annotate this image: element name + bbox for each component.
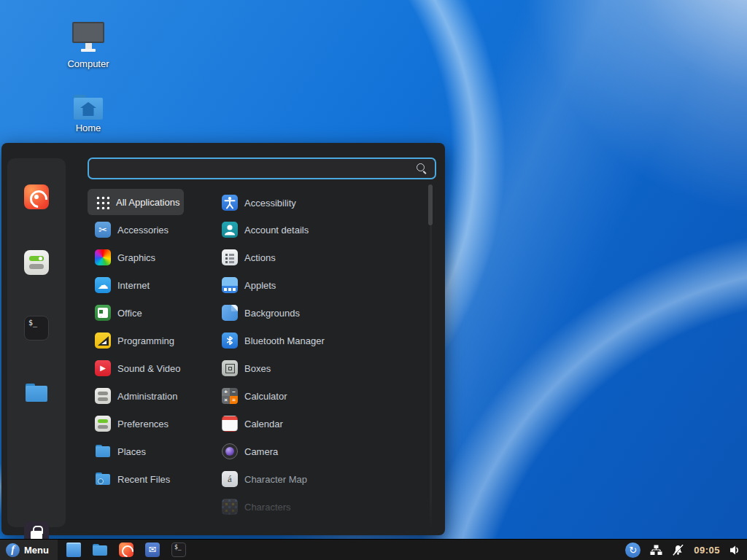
computer-icon — [72, 22, 104, 55]
scrollbar-thumb[interactable] — [428, 184, 433, 225]
calculator-icon: +− ×= — [222, 388, 238, 404]
applets-icon — [222, 277, 238, 293]
bluetooth-icon — [222, 332, 238, 349]
camera-icon — [222, 443, 238, 459]
menu-button-label: Menu — [24, 545, 49, 556]
app-backgrounds[interactable]: Backgrounds — [214, 299, 427, 327]
app-characters[interactable]: Characters — [214, 493, 427, 521]
terminal-button[interactable]: $_ — [24, 316, 49, 341]
desktop-icon-computer[interactable]: Computer — [57, 22, 120, 69]
sound-video-icon: ▶ — [95, 360, 111, 376]
boxes-icon — [222, 360, 238, 376]
terminal-taskbar-icon[interactable]: $_ — [171, 542, 186, 557]
category-administration[interactable]: Administration — [88, 382, 184, 410]
app-character-map[interactable]: á Character Map — [214, 465, 427, 493]
volume-icon[interactable] — [729, 545, 741, 556]
fedora-logo-icon: f — [6, 543, 20, 557]
notifications-disabled-icon[interactable] — [672, 544, 684, 556]
computer-icon-label: Computer — [57, 58, 120, 69]
app-calculator[interactable]: +− ×= Calculator — [214, 382, 427, 410]
mail-taskbar-icon[interactable]: ✉ — [145, 542, 160, 557]
backgrounds-icon — [222, 305, 238, 321]
desktop-wallpaper: Computer Home $_ — [0, 0, 747, 560]
terminal-prompt-glyph: $_ — [28, 319, 37, 327]
home-icon-label: Home — [57, 122, 120, 133]
preferences-icon — [95, 416, 111, 432]
clock[interactable]: 09:05 — [694, 545, 720, 556]
app-bluetooth-manager[interactable]: Bluetooth Manager — [214, 327, 427, 354]
menu-sidebar: $_ — [7, 158, 66, 527]
category-office[interactable]: Office — [88, 299, 184, 327]
places-icon — [95, 443, 111, 459]
menu-button[interactable]: f Menu — [0, 540, 58, 560]
firefox-button[interactable] — [24, 184, 49, 209]
app-boxes[interactable]: Boxes — [214, 354, 427, 382]
characters-icon — [222, 499, 238, 515]
account-details-icon — [222, 222, 238, 238]
app-accessibility[interactable]: Accessibility — [214, 189, 427, 217]
programming-icon — [95, 332, 111, 349]
blue-app-icon[interactable] — [66, 542, 81, 557]
all-applications-icon — [95, 195, 109, 209]
scrollbar-track — [430, 184, 432, 527]
category-places[interactable]: Places — [88, 438, 184, 465]
category-programming[interactable]: Programming — [88, 327, 184, 354]
category-accessories[interactable]: ✂ Accessories — [88, 216, 184, 244]
desktop-icon-home[interactable]: Home — [57, 95, 120, 133]
actions-icon — [222, 249, 238, 265]
main-menu: $_ All Applications ✂ Accessories — [1, 143, 445, 535]
accessibility-icon — [222, 195, 238, 211]
files-taskbar-icon[interactable] — [93, 542, 107, 557]
app-calendar[interactable]: Calendar — [214, 410, 427, 438]
administration-icon — [95, 388, 111, 404]
update-manager-icon[interactable]: ↻ — [625, 542, 640, 558]
system-settings-button[interactable] — [24, 250, 49, 275]
app-applets[interactable]: Applets — [214, 271, 427, 299]
office-icon — [95, 305, 111, 321]
search-icon — [414, 161, 429, 176]
calendar-icon — [222, 416, 238, 432]
network-icon[interactable] — [650, 545, 662, 556]
home-folder-icon — [74, 95, 103, 120]
graphics-icon — [95, 249, 111, 265]
search-box — [88, 158, 436, 179]
firefox-taskbar-icon[interactable] — [119, 542, 133, 557]
system-tray: ↻ 09:05 — [625, 542, 747, 558]
search-input[interactable] — [89, 159, 414, 178]
category-recent-files[interactable]: Recent Files — [88, 465, 184, 493]
category-all-applications[interactable]: All Applications — [88, 189, 184, 215]
category-internet[interactable]: ☁ Internet — [88, 271, 184, 299]
category-preferences[interactable]: Preferences — [88, 410, 184, 438]
category-sound-video[interactable]: ▶ Sound & Video — [88, 354, 184, 382]
character-map-icon: á — [222, 471, 238, 487]
app-actions[interactable]: Actions — [214, 244, 427, 271]
internet-icon: ☁ — [95, 277, 111, 293]
accessories-icon: ✂ — [95, 222, 111, 238]
recent-files-icon — [95, 471, 111, 487]
taskbar-app-launchers: ✉ $_ — [66, 542, 186, 557]
category-graphics[interactable]: Graphics — [88, 244, 184, 271]
app-account-details[interactable]: Account details — [214, 216, 427, 244]
app-camera[interactable]: Camera — [214, 438, 427, 465]
files-button[interactable] — [24, 381, 49, 406]
taskbar: f Menu ✉ $_ ↻ — [0, 539, 747, 560]
